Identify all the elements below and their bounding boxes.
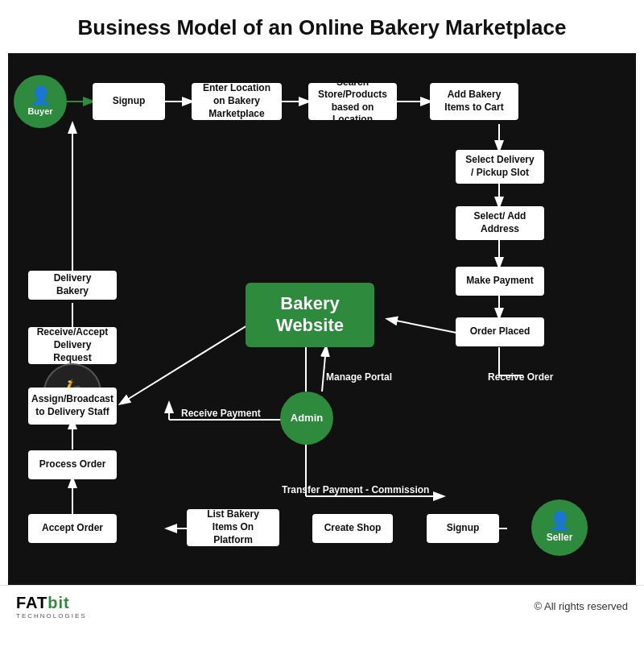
- footer-rights: © All rights reserved: [534, 600, 628, 612]
- make-payment-box: Make Payment: [456, 267, 544, 296]
- search-store-box: Search Store/Products based on Location: [308, 83, 397, 120]
- page-title: Business Model of an Online Bakery Marke…: [0, 0, 644, 53]
- select-address-box: Select/ Add Address: [456, 206, 544, 240]
- logo-bit: bit: [47, 594, 69, 611]
- buyer-label: Buyer: [27, 106, 52, 116]
- seller-label: Seller: [547, 532, 573, 543]
- footer: FATbit TECHNOLOGIES © All rights reserve…: [0, 585, 644, 626]
- footer-logo: FATbit TECHNOLOGIES: [16, 594, 87, 620]
- receive-payment-label: Receive Payment: [181, 408, 261, 419]
- order-placed-box: Order Placed: [456, 317, 544, 346]
- signup-seller-box: Signup: [427, 514, 499, 543]
- process-order-box: Process Order: [28, 450, 117, 479]
- create-shop-box: Create Shop: [312, 514, 393, 543]
- select-delivery-box: Select Delivery / Pickup Slot: [456, 150, 544, 184]
- logo-fat: FAT: [16, 594, 47, 611]
- buyer-node: 👤 Buyer: [14, 75, 67, 128]
- receive-accept-box: Receive/Accept Delivery Request: [28, 327, 117, 364]
- transfer-payment-label: Transfer Payment - Commission: [282, 484, 429, 495]
- assign-broadcast-box: Assign/Broadcast to Delivery Staff: [28, 388, 117, 425]
- diagram-area: 👤 Buyer Signup Enter Location on Bakery …: [8, 53, 636, 585]
- receive-order-label: Receive Order: [488, 371, 553, 383]
- accept-order-box: Accept Order: [28, 514, 117, 543]
- manage-portal-label: Manage Portal: [326, 371, 392, 383]
- signup-buyer-box: Signup: [93, 83, 165, 120]
- admin-label: Admin: [291, 412, 323, 424]
- list-bakery-box: List Bakery Items On Platform: [187, 509, 279, 546]
- logo-sub: TECHNOLOGIES: [16, 612, 87, 620]
- admin-node: Admin: [280, 392, 333, 445]
- bakery-website-box: Bakery Website: [246, 283, 374, 347]
- delivery-bakery-box: Delivery Bakery: [28, 271, 117, 300]
- add-to-cart-box: Add Bakery Items to Cart: [430, 83, 518, 120]
- svg-line-25: [121, 319, 258, 404]
- svg-line-22: [322, 347, 326, 392]
- seller-node: 👤 Seller: [531, 499, 588, 556]
- enter-location-box: Enter Location on Bakery Marketplace: [192, 83, 282, 120]
